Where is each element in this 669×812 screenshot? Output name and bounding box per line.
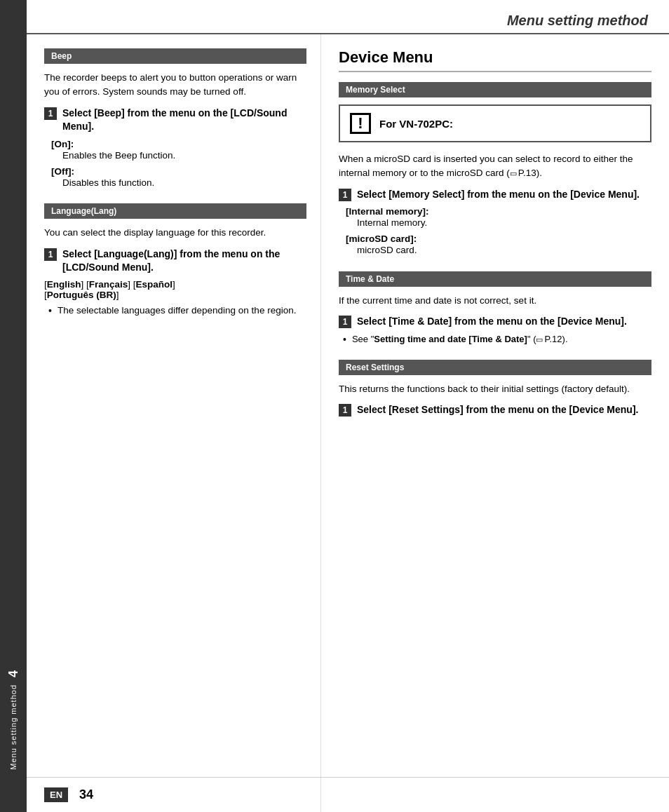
beep-off-label: [Off]: [51, 166, 74, 177]
bullet-icon: • [48, 305, 52, 316]
microsd-desc: microSD card. [357, 245, 417, 255]
chapter-label: Menu setting method [9, 684, 18, 770]
bullet-icon-2: • [343, 334, 346, 345]
content-columns: Beep The recorder beeps to alert you to … [27, 34, 669, 812]
sidebar: 4 Menu setting method [0, 0, 27, 812]
time-date-step1: 1 Select [Time & Date] from the menu on … [339, 315, 651, 329]
beep-on-option: [On]: Enables the Beep function. [51, 138, 306, 163]
step-number-4: 1 [339, 316, 351, 328]
left-column: Beep The recorder beeps to alert you to … [27, 34, 321, 812]
time-date-xref: P.12 [544, 334, 562, 344]
language-body: You can select the display language for … [44, 226, 306, 240]
time-date-body: If the current time and date is not corr… [339, 294, 651, 308]
languages-list: [English] [Français] [Español] [Portuguê… [44, 279, 306, 300]
time-date-step1-text: Select [Time & Date] from the menu on th… [357, 315, 627, 329]
step-number-5: 1 [339, 404, 351, 417]
step-number-3: 1 [339, 189, 351, 201]
memory-select-body: When a microSD card is inserted you can … [339, 152, 651, 181]
beep-on-desc: Enables the Beep function. [62, 150, 175, 161]
en-badge: EN [44, 787, 68, 802]
memory-step1-text: Select [Memory Select] from the menu on … [357, 188, 640, 202]
reset-settings-body: This returns the functions back to their… [339, 382, 651, 396]
language-step1: 1 Select [Language(Lang)] from the menu … [44, 248, 306, 275]
beep-step1: 1 Select [Beep] from the menu on the [LC… [44, 107, 306, 134]
time-date-bold: Setting time and date [Time & Date] [374, 334, 527, 344]
warning-text: For VN-702PC: [379, 118, 453, 130]
page-title: Menu setting method [507, 13, 648, 29]
time-date-section: Time & Date If the current time and date… [339, 271, 651, 346]
internal-memory-option: [Internal memory]: Internal memory. [346, 205, 651, 230]
warning-icon: ! [350, 113, 371, 134]
internal-memory-desc: Internal memory. [357, 217, 427, 228]
internal-memory-label: [Internal memory]: [346, 206, 429, 217]
microsd-option: [microSD card]: microSD card. [346, 233, 651, 257]
time-date-header: Time & Date [339, 271, 651, 287]
time-date-bullet: • See "Setting time and date [Time & Dat… [343, 333, 651, 346]
main-content: Menu setting method Beep The recorder be… [27, 0, 669, 812]
language-bullet: • The selectable languages differ depend… [48, 304, 306, 318]
language-header: Language(Lang) [44, 203, 306, 219]
beep-body: The recorder beeps to alert you to butto… [44, 71, 306, 100]
language-bullet-text: The selectable languages differ dependin… [58, 304, 297, 318]
language-step1-text: Select [Language(Lang)] from the menu on… [62, 248, 306, 275]
device-menu-title: Device Menu [339, 48, 651, 72]
book-icon: ▭ [510, 169, 517, 177]
memory-xref: P.13 [518, 168, 536, 178]
memory-select-header: Memory Select [339, 82, 651, 97]
beep-on-label: [On]: [51, 139, 74, 149]
step-number: 1 [44, 107, 57, 120]
right-column: Device Menu Memory Select ! For VN-702PC… [321, 34, 669, 812]
warning-box: ! For VN-702PC: [339, 104, 651, 142]
page-number: 34 [79, 787, 93, 802]
memory-select-section: Memory Select ! For VN-702PC: When a mic… [339, 82, 651, 257]
step-number-2: 1 [44, 248, 57, 261]
beep-header: Beep [44, 48, 306, 64]
chapter-number: 4 [6, 670, 21, 677]
reset-settings-section: Reset Settings This returns the function… [339, 360, 651, 417]
reset-step1: 1 Select [Reset Settings] from the menu … [339, 403, 651, 417]
reset-step1-text: Select [Reset Settings] from the menu on… [357, 403, 638, 417]
microsd-label: [microSD card]: [346, 234, 417, 244]
reset-settings-header: Reset Settings [339, 360, 651, 375]
beep-step1-text: Select [Beep] from the menu on the [LCD/… [62, 107, 306, 134]
beep-off-option: [Off]: Disables this function. [51, 165, 306, 190]
book-icon-2: ▭ [536, 335, 543, 344]
page-title-bar: Menu setting method [27, 0, 669, 34]
bottom-bar: EN 34 [27, 777, 669, 812]
time-date-bullet-text: See "Setting time and date [Time & Date]… [352, 333, 568, 346]
memory-step1: 1 Select [Memory Select] from the menu o… [339, 188, 651, 202]
beep-section: Beep The recorder beeps to alert you to … [44, 48, 306, 189]
beep-off-desc: Disables this function. [62, 177, 154, 188]
language-section: Language(Lang) You can select the displa… [44, 203, 306, 317]
